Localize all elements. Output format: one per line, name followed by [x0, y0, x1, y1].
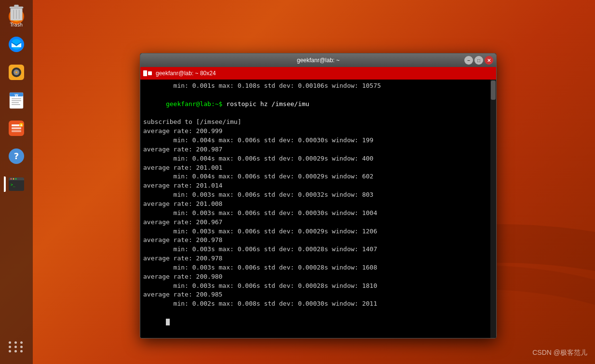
terminal-tab-title: geekfanr@lab: ~ 80x24	[156, 70, 216, 77]
terminal-window-buttons: – □ ✕	[464, 56, 493, 65]
dock-item-help[interactable]: ?	[4, 144, 29, 169]
terminal-line: min: 0.004s max: 0.006s std dev: 0.00029…	[143, 154, 493, 163]
dock-item-ubuntu-software[interactable]: A	[4, 116, 29, 141]
terminal-prompt: geekfanr@lab:~$	[166, 100, 226, 108]
terminal-line: average rate: 200.985	[143, 290, 493, 299]
dock-item-terminal[interactable]: >_	[4, 172, 29, 197]
terminal-cursor-line	[143, 309, 493, 336]
maximize-button[interactable]: □	[474, 56, 483, 65]
terminal-line: average rate: 201.001	[143, 163, 493, 173]
terminal-window-title: geekfanr@lab: ~	[297, 57, 340, 64]
terminal-line: min: 0.003s max: 0.006s std dev: 0.00029…	[143, 227, 493, 236]
terminal-line: average rate: 200.978	[143, 254, 493, 263]
svg-rect-21	[12, 130, 21, 132]
svg-rect-16	[12, 102, 19, 103]
rhythmbox-icon	[8, 64, 25, 81]
scrollbar-thumb[interactable]	[491, 81, 496, 100]
watermark: CSDN @极客范儿	[532, 349, 587, 357]
svg-point-10	[15, 71, 17, 73]
svg-point-29	[11, 178, 12, 180]
minimize-button[interactable]: –	[464, 56, 473, 65]
terminal-line: subscribed to [/imsee/imu]	[143, 118, 493, 127]
terminal-scrollbar[interactable]	[490, 80, 496, 338]
terminal-icon: >_	[8, 175, 25, 193]
svg-rect-15	[12, 100, 21, 101]
terminal-line: average rate: 200.980	[143, 272, 493, 282]
terminal-line: average rate: 200.967	[143, 218, 493, 227]
svg-text:W: W	[14, 94, 18, 97]
svg-text:A: A	[20, 123, 23, 127]
svg-rect-20	[12, 127, 21, 129]
terminal-prompt-line: geekfanr@lab:~$ rostopic hz /imsee/imu	[143, 91, 493, 118]
terminal-line: min: 0.004s max: 0.006s std dev: 0.00030…	[143, 136, 493, 145]
terminal-tab-bar: geekfanr@lab: ~ 80x24	[140, 67, 496, 80]
dock: W A ?	[0, 0, 33, 364]
terminal-line: average rate: 200.987	[143, 145, 493, 154]
libreoffice-writer-icon: W	[8, 92, 25, 109]
terminal-titlebar: geekfanr@lab: ~ – □ ✕	[140, 54, 496, 67]
svg-text:>_: >_	[11, 183, 15, 187]
terminal-body[interactable]: min: 0.001s max: 0.108s std dev: 0.00106…	[140, 80, 496, 338]
terminal-cmd: rostopic hz /imsee/imu	[226, 100, 309, 108]
svg-rect-34	[14, 5, 19, 7]
terminal-line: average rate: 200.999	[143, 127, 493, 136]
thunderbird-icon	[8, 36, 25, 53]
help-icon: ?	[8, 148, 25, 165]
terminal-line: min: 0.003s max: 0.006s std dev: 0.00028…	[143, 282, 493, 291]
dock-item-libreoffice-writer[interactable]: W	[4, 88, 29, 113]
ubuntu-software-icon: A	[8, 120, 25, 137]
close-button[interactable]: ✕	[485, 56, 493, 65]
terminal-cursor	[166, 319, 170, 325]
svg-point-30	[13, 178, 14, 180]
trash-icon	[8, 4, 25, 22]
svg-rect-14	[12, 98, 21, 99]
terminal-line: average rate: 200.978	[143, 236, 493, 245]
terminal-window: geekfanr@lab: ~ – □ ✕ geekfanr@lab: ~ 80…	[140, 53, 497, 338]
apps-grid-icon	[9, 341, 24, 352]
terminal-line: min: 0.003s max: 0.006s std dev: 0.00030…	[143, 209, 493, 218]
terminal-line: average rate: 201.008	[143, 200, 493, 209]
terminal-line: min: 0.003s max: 0.006s std dev: 0.00032…	[143, 190, 493, 200]
dock-item-thunderbird[interactable]	[4, 32, 29, 57]
dock-item-rhythmbox[interactable]	[4, 60, 29, 85]
svg-text:?: ?	[14, 151, 19, 161]
terminal-line: min: 0.002s max: 0.008s std dev: 0.00030…	[143, 299, 493, 309]
svg-point-31	[15, 178, 17, 180]
terminal-line: min: 0.003s max: 0.006s std dev: 0.00028…	[143, 263, 493, 272]
terminal-line: min: 0.004s max: 0.006s std dev: 0.00029…	[143, 172, 493, 181]
svg-rect-17	[12, 104, 20, 105]
terminal-line: average rate: 201.014	[143, 181, 493, 190]
dock-item-trash[interactable]: Trash	[8, 4, 25, 27]
terminal-line: min: 0.003s max: 0.006s std dev: 0.00028…	[143, 245, 493, 254]
terminal-tab-icon	[143, 69, 153, 77]
trash-label: Trash	[10, 22, 23, 27]
terminal-line: min: 0.001s max: 0.108s std dev: 0.00106…	[143, 81, 493, 91]
